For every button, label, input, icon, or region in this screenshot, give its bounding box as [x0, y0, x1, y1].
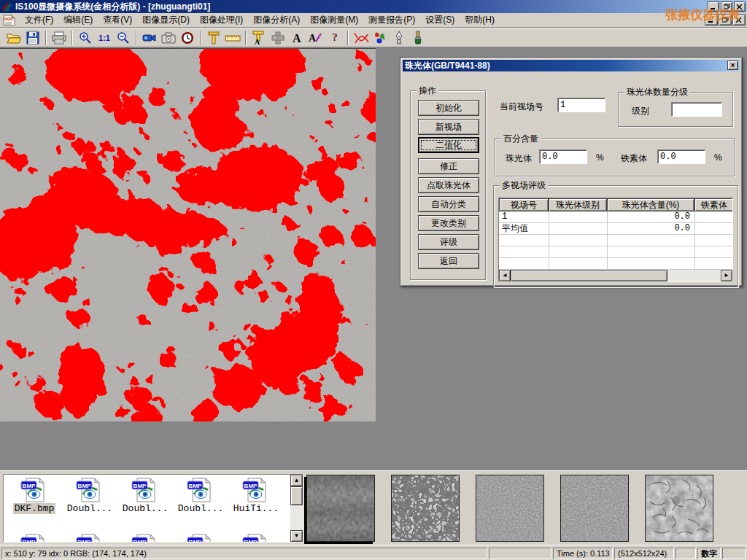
- classify-icon[interactable]: 123: [371, 29, 390, 47]
- current-field-input[interactable]: [557, 98, 605, 112]
- bmp-file-icon: BMP: [187, 533, 214, 542]
- window-title: IS100显微摄像系统(金相分析版) - [zhuguangti01]: [15, 1, 210, 13]
- ruler-icon[interactable]: [223, 29, 242, 47]
- save-icon[interactable]: [23, 29, 42, 47]
- menu-measure-report[interactable]: 测量报告(P): [363, 12, 420, 28]
- menu-edit[interactable]: 编辑(E): [58, 12, 98, 28]
- close-button[interactable]: [734, 1, 746, 12]
- scroll-left-icon[interactable]: ◄: [499, 270, 511, 281]
- file-item[interactable]: BMP Doubl...: [173, 477, 228, 514]
- caliper-icon[interactable]: [204, 29, 223, 47]
- scroll-down-icon[interactable]: ▼: [290, 530, 303, 542]
- dialog-title-bar[interactable]: 珠光体(GB/T9441-88) ×: [403, 60, 740, 71]
- mdi-restore-button[interactable]: [719, 14, 732, 26]
- menu-file[interactable]: 文件(F): [20, 12, 58, 28]
- brush-icon[interactable]: [409, 29, 427, 47]
- ferrite-percent-input[interactable]: [657, 149, 705, 164]
- camera-icon[interactable]: [159, 29, 178, 47]
- pearlite-percent-input[interactable]: [539, 149, 587, 164]
- table-h-scrollbar[interactable]: ◄ ►: [499, 270, 732, 281]
- percent-group-title: 百分含量: [501, 133, 541, 144]
- menu-help[interactable]: 帮助(H): [460, 12, 500, 28]
- measure-text-icon[interactable]: A: [249, 29, 268, 47]
- status-spacer: [489, 548, 551, 559]
- mdi-minimize-button[interactable]: [705, 14, 718, 26]
- svg-text:A: A: [293, 32, 301, 44]
- col-field-number[interactable]: 视场号: [499, 198, 549, 211]
- new-field-button[interactable]: 新视场: [418, 119, 479, 135]
- scroll-thumb[interactable]: [290, 486, 303, 505]
- curve-tool-icon[interactable]: [352, 29, 371, 47]
- pen-icon[interactable]: [390, 29, 409, 47]
- thumbnail-3[interactable]: [476, 475, 544, 542]
- video-camera-icon[interactable]: [140, 29, 159, 47]
- return-button[interactable]: 返回: [418, 253, 479, 269]
- thumbnail-5[interactable]: [645, 475, 713, 542]
- mdi-close-button[interactable]: [732, 14, 746, 26]
- metallographic-image[interactable]: [0, 48, 376, 421]
- scroll-thumb[interactable]: [511, 270, 667, 281]
- bottom-panel: BMP DKF.bmp BMP Doubl... BMP Doubl... BM…: [0, 470, 747, 545]
- col-ferrite[interactable]: 铁素体: [694, 198, 733, 211]
- zoom-in-icon[interactable]: [76, 29, 95, 47]
- open-file-icon[interactable]: [4, 29, 23, 47]
- file-item[interactable]: BMP Doubl...: [117, 477, 173, 514]
- file-browser[interactable]: BMP DKF.bmp BMP Doubl... BMP Doubl... BM…: [3, 474, 303, 542]
- print-icon[interactable]: [50, 29, 69, 47]
- menu-image-process[interactable]: 图像处理(I): [195, 12, 248, 28]
- menu-view[interactable]: 查看(V): [98, 12, 137, 28]
- file-name[interactable]: Doubl...: [121, 503, 169, 514]
- file-item[interactable]: BMP: [228, 533, 284, 542]
- scroll-up-icon[interactable]: ▲: [290, 475, 303, 486]
- file-name[interactable]: Doubl...: [66, 503, 114, 514]
- change-class-button[interactable]: 更改类别: [418, 215, 479, 231]
- help-icon[interactable]: ?: [325, 29, 344, 47]
- file-item[interactable]: BMP: [117, 533, 173, 542]
- text-icon[interactable]: A: [287, 29, 306, 47]
- menu-settings[interactable]: 设置(S): [420, 12, 460, 28]
- thumbnail-2[interactable]: [391, 475, 460, 542]
- rating-table[interactable]: 视场号 珠光体级别 珠光体含量(%) 铁素体 1 0.0 平均值: [498, 198, 733, 282]
- annotate-icon[interactable]: A: [306, 29, 325, 47]
- file-item[interactable]: BMP: [62, 533, 117, 542]
- minimize-button[interactable]: [708, 1, 719, 12]
- menu-image-display[interactable]: 图像显示(D): [137, 12, 195, 28]
- col-pearlite-level[interactable]: 珠光体级别: [549, 198, 607, 211]
- image-size-status: (512x512x24): [614, 548, 674, 559]
- time-status: Time (s): 0.113: [553, 548, 613, 559]
- dialog-close-icon[interactable]: ×: [727, 61, 738, 70]
- thumbnail-1[interactable]: [306, 475, 375, 542]
- grid-icon[interactable]: [268, 29, 287, 47]
- file-name[interactable]: Doubl...: [177, 503, 225, 514]
- rate-button[interactable]: 评级: [418, 234, 479, 250]
- menu-bar: DOC 文件(F) 编辑(E) 查看(V) 图像显示(D) 图像处理(I) 图像…: [0, 13, 747, 28]
- file-item[interactable]: BMP HuiTi...: [228, 477, 284, 514]
- file-v-scrollbar[interactable]: ▲ ▼: [290, 475, 303, 542]
- thumbnail-4[interactable]: [560, 475, 629, 542]
- init-button[interactable]: 初始化: [418, 100, 479, 116]
- svg-text:A: A: [309, 33, 317, 44]
- svg-text:BMP: BMP: [23, 539, 36, 543]
- file-item[interactable]: BMP: [7, 533, 62, 542]
- col-pearlite-content[interactable]: 珠光体含量(%): [607, 198, 694, 211]
- file-item[interactable]: BMP DKF.bmp: [7, 477, 62, 514]
- file-name[interactable]: HuiTi...: [232, 503, 280, 514]
- binarize-button[interactable]: 二值化: [418, 137, 479, 153]
- zoom-out-icon[interactable]: [114, 29, 133, 47]
- menu-image-measure[interactable]: 图像测量(M): [305, 12, 363, 28]
- restore-button[interactable]: [721, 1, 732, 12]
- clock-icon[interactable]: [178, 29, 197, 47]
- file-item[interactable]: BMP Doubl...: [62, 477, 117, 514]
- file-item[interactable]: BMP: [173, 533, 228, 542]
- actual-size-icon[interactable]: 1:1: [95, 29, 114, 47]
- file-name[interactable]: DKF.bmp: [13, 503, 56, 514]
- operations-group: 操作 初始化 新视场 二值化 修正 点取珠光体 自动分类 更改类别 评级 返回: [410, 90, 486, 280]
- ferrite-label: 铁素体: [621, 152, 647, 165]
- menu-image-analysis[interactable]: 图像分析(A): [248, 12, 305, 28]
- correct-button[interactable]: 修正: [418, 158, 479, 174]
- auto-classify-button[interactable]: 自动分类: [418, 196, 479, 212]
- scroll-right-icon[interactable]: ►: [721, 270, 732, 281]
- status-spacer: [676, 548, 696, 559]
- pick-pearlite-button[interactable]: 点取珠光体: [418, 177, 479, 193]
- grade-level-input[interactable]: [671, 102, 722, 117]
